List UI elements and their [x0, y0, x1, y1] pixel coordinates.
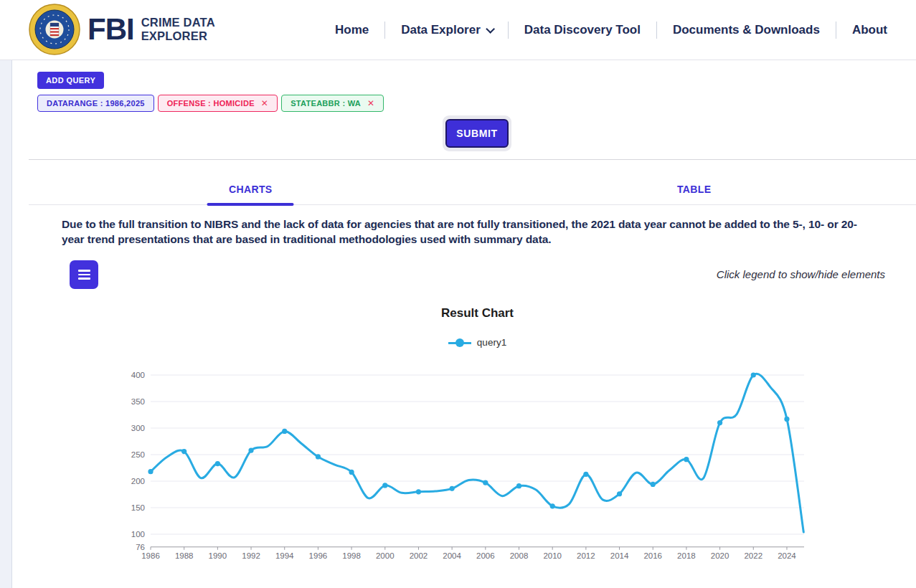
- page: FBI CRIME DATA EXPLORER Home Data Explor…: [0, 0, 916, 588]
- header: FBI CRIME DATA EXPLORER Home Data Explor…: [0, 0, 916, 60]
- nav-item-documents-label: Documents & Downloads: [673, 23, 820, 37]
- svg-text:250: 250: [131, 450, 145, 459]
- chip-datarange[interactable]: DATARANGE : 1986,2025: [37, 95, 154, 112]
- submit-button-wrapper: SUBMIT: [443, 115, 511, 151]
- svg-text:1994: 1994: [275, 551, 294, 560]
- section-divider: [29, 159, 916, 160]
- svg-text:1992: 1992: [242, 551, 260, 560]
- tab-charts-label: CHARTS: [229, 184, 273, 195]
- close-icon[interactable]: ✕: [261, 99, 268, 108]
- svg-text:1996: 1996: [309, 551, 328, 560]
- chart-menu-button[interactable]: [70, 260, 98, 289]
- svg-text:350: 350: [131, 397, 145, 406]
- hamburger-icon: [78, 270, 90, 272]
- chip-offense-label: OFFENSE : HOMICIDE: [167, 99, 255, 108]
- submit-button[interactable]: SUBMIT: [445, 119, 509, 148]
- close-icon[interactable]: ✕: [367, 99, 374, 108]
- svg-text:2002: 2002: [410, 551, 428, 560]
- nav-item-data-discovery-tool[interactable]: Data Discovery Tool: [509, 23, 656, 37]
- svg-text:2006: 2006: [476, 551, 495, 560]
- svg-text:400: 400: [131, 371, 145, 379]
- chip-stateabbr-label: STATEABBR : WA: [291, 99, 361, 108]
- svg-text:2004: 2004: [443, 551, 461, 560]
- legend-line-dot-icon: [448, 338, 471, 347]
- svg-text:300: 300: [131, 424, 145, 432]
- nav-item-documents-downloads[interactable]: Documents & Downloads: [657, 23, 836, 37]
- query-chips: DATARANGE : 1986,2025 OFFENSE : HOMICIDE…: [37, 95, 384, 112]
- svg-text:150: 150: [131, 503, 145, 512]
- svg-text:2020: 2020: [711, 551, 730, 560]
- svg-text:2008: 2008: [510, 551, 529, 560]
- nav-item-data-explorer-label: Data Explorer: [401, 23, 481, 37]
- nav-item-data-discovery-label: Data Discovery Tool: [524, 23, 641, 37]
- nav-item-about[interactable]: About: [836, 23, 903, 37]
- svg-text:1998: 1998: [342, 551, 361, 560]
- tab-table-label: TABLE: [677, 184, 712, 195]
- main-nav: Home Data Explorer Data Discovery Tool D…: [319, 0, 903, 60]
- nibrs-notice-text: Due to the full transition to NIBRS and …: [62, 217, 865, 247]
- nav-item-home[interactable]: Home: [319, 23, 384, 37]
- nav-item-data-explorer[interactable]: Data Explorer: [385, 23, 508, 37]
- svg-text:2014: 2014: [610, 551, 629, 560]
- brand-subtitle: CRIME DATA EXPLORER: [141, 16, 215, 43]
- svg-text:1988: 1988: [175, 551, 194, 560]
- chip-datarange-label: DATARANGE : 1986,2025: [47, 99, 145, 108]
- result-line-chart[interactable]: 4003503002502001501007619861988199019921…: [0, 359, 916, 574]
- nav-item-home-label: Home: [335, 23, 369, 37]
- svg-text:76: 76: [136, 543, 145, 551]
- svg-text:2018: 2018: [677, 551, 696, 560]
- svg-text:1990: 1990: [209, 551, 227, 560]
- active-tab-underline: [207, 203, 294, 206]
- tab-charts[interactable]: CHARTS: [29, 174, 473, 204]
- chip-offense[interactable]: OFFENSE : HOMICIDE ✕: [158, 95, 278, 112]
- svg-text:200: 200: [131, 477, 145, 485]
- legend-hint-text: Click legend to show/hide elements: [717, 268, 885, 280]
- svg-text:2000: 2000: [376, 551, 395, 560]
- svg-text:2012: 2012: [577, 551, 595, 560]
- brand[interactable]: FBI CRIME DATA EXPLORER: [29, 4, 215, 55]
- tab-table[interactable]: TABLE: [473, 174, 916, 204]
- chevron-down-icon: [486, 24, 495, 34]
- svg-text:1986: 1986: [141, 551, 160, 560]
- result-tabs: CHARTS TABLE: [29, 174, 916, 205]
- chart-legend[interactable]: query1: [39, 337, 916, 348]
- chart-title: Result Chart: [39, 306, 916, 321]
- legend-series-label: query1: [477, 337, 506, 348]
- brand-fbi-text: FBI: [88, 12, 134, 47]
- svg-text:2010: 2010: [543, 551, 562, 560]
- svg-text:2022: 2022: [744, 551, 762, 560]
- nav-item-about-label: About: [852, 23, 887, 37]
- chip-stateabbr[interactable]: STATEABBR : WA ✕: [281, 95, 384, 112]
- svg-text:2016: 2016: [643, 551, 662, 560]
- fbi-seal-icon: [29, 4, 80, 55]
- svg-text:2024: 2024: [778, 551, 796, 560]
- brand-subtitle-line2: EXPLORER: [141, 29, 215, 43]
- add-query-button[interactable]: ADD QUERY: [37, 72, 104, 89]
- brand-subtitle-line1: CRIME DATA: [141, 16, 215, 29]
- svg-text:100: 100: [131, 530, 145, 539]
